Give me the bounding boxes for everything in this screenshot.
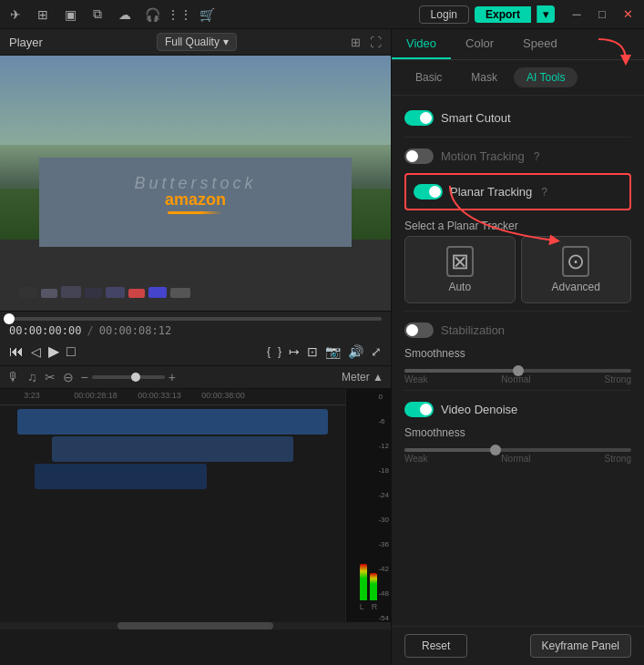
track-row-3[interactable]	[35, 464, 208, 489]
mark-out-button[interactable]: }	[278, 345, 281, 358]
cart-icon[interactable]: 🛒	[199, 6, 215, 23]
smart-cutout-label: Smart Cutout	[441, 111, 511, 125]
zoom-slider[interactable]	[92, 375, 165, 379]
cloud-icon[interactable]: ☁	[117, 6, 133, 23]
advanced-tracker-icon: ⊙	[562, 246, 589, 277]
right-panel: Video Color Speed Basic Mask AI Tools	[392, 29, 644, 665]
smoothness-label-2: Smoothness	[404, 423, 631, 443]
grid-icon[interactable]: ⊞	[35, 6, 51, 23]
music-icon[interactable]: ♫	[27, 370, 37, 384]
zoom-slider-area: − +	[81, 370, 176, 384]
smoothness-thumb-1[interactable]	[513, 365, 524, 376]
tab-video[interactable]: Video	[392, 29, 451, 59]
meter-panel: 0 -6 -12 -18 -24 -30 -36 -42 -48 -54 dB	[345, 389, 391, 622]
split-icon[interactable]: ✂	[45, 370, 56, 384]
stop-button[interactable]: □	[66, 343, 76, 360]
send-icon[interactable]: ✈	[7, 6, 24, 23]
tracker-section-label: Select a Planar Tracker	[404, 214, 631, 236]
title-bar: ✈ ⊞ ▣ ⧉ ☁ 🎧 ⋮⋮ 🛒 Login Export ▾ ─ □ ✕	[0, 0, 644, 29]
progress-thumb[interactable]	[4, 313, 15, 324]
insert-button[interactable]: ↦	[289, 344, 300, 359]
smoothness-thumb-2[interactable]	[490, 445, 501, 455]
mic-icon[interactable]: 🎙	[7, 370, 20, 384]
main-area: Player Full Quality ▾ ⊞ ⛶ amazon	[0, 29, 644, 665]
camera-button[interactable]: 📷	[325, 344, 341, 359]
divider-3	[404, 390, 631, 391]
sub-tab-ai-tools[interactable]: AI Tools	[514, 67, 578, 87]
login-button[interactable]: Login	[419, 5, 469, 24]
monitor-button[interactable]: ⊡	[307, 344, 318, 359]
smoothness-label-1: Smoothness	[404, 343, 631, 363]
expand-icon[interactable]: ⛶	[370, 36, 382, 49]
zoom-thumb[interactable]	[131, 373, 140, 382]
grid-view-icon[interactable]: ⊞	[351, 36, 361, 49]
action-bar: Reset Keyframe Panel	[392, 626, 644, 665]
export-button[interactable]: Export	[475, 6, 531, 23]
smart-cutout-toggle[interactable]	[404, 110, 434, 126]
headphones-icon[interactable]: 🎧	[144, 6, 160, 23]
minimize-button[interactable]: ─	[567, 5, 586, 24]
motion-tracking-label: Motion Tracking	[441, 149, 525, 163]
close-button[interactable]: ✕	[618, 5, 637, 24]
sub-tab-mask[interactable]: Mask	[458, 67, 510, 87]
timeline-track-area: 3:23 00:00:28:18 00:00:33:13 00:00:38:00	[0, 389, 391, 622]
time-separator: /	[87, 324, 93, 337]
smoothness-weak-1: Weak	[404, 374, 427, 384]
crop-icon[interactable]: ⊖	[63, 370, 74, 384]
motion-tracking-help: ?	[534, 150, 540, 163]
transport-buttons: ⏮ ◁ ▶ □ { } ↦ ⊡ 📷 🔊 ⤢	[0, 339, 391, 365]
stabilization-row: Stabilization	[404, 317, 631, 343]
reset-button[interactable]: Reset	[404, 634, 467, 658]
auto-tracker-icon: ⊠	[446, 246, 474, 277]
progress-track[interactable]	[9, 317, 382, 321]
smoothness-strong-1: Strong	[605, 374, 631, 384]
video-denoise-toggle[interactable]	[404, 402, 434, 417]
maximize-button[interactable]: □	[593, 5, 611, 24]
audio-button[interactable]: 🔊	[348, 344, 363, 359]
play-button[interactable]: ▶	[48, 343, 59, 360]
ruler-mark-3: 00:00:33:13	[128, 391, 191, 400]
motion-tracking-toggle[interactable]	[404, 148, 434, 164]
planar-tracking-toggle[interactable]	[414, 184, 443, 200]
stabilization-label: Stabilization	[441, 323, 505, 337]
sub-tab-basic[interactable]: Basic	[403, 67, 455, 87]
player-header: Player Full Quality ▾ ⊞ ⛶	[0, 29, 391, 56]
smoothness-slider-2[interactable]	[404, 448, 631, 452]
track-row-2[interactable]	[52, 436, 293, 462]
auto-tracker-label: Auto	[448, 281, 471, 293]
meter-label[interactable]: Meter ▲	[342, 371, 383, 384]
smoothness-track-1	[404, 369, 631, 373]
keyframe-panel-button[interactable]: Keyframe Panel	[530, 634, 631, 658]
scrollbar-thumb[interactable]	[118, 622, 274, 629]
tracker-advanced-button[interactable]: ⊙ Advanced	[521, 236, 632, 303]
zoom-out-icon[interactable]: −	[81, 370, 88, 384]
progress-bar-area	[0, 312, 391, 322]
quality-dropdown[interactable]: Full Quality ▾	[157, 33, 237, 51]
sub-tab-bar: Basic Mask AI Tools	[392, 60, 644, 96]
monitor-icon[interactable]: ▣	[62, 6, 78, 23]
apps-icon[interactable]: ⋮⋮	[171, 6, 188, 23]
smoothness-track-2	[404, 448, 631, 452]
export-dropdown-button[interactable]: ▾	[537, 5, 555, 23]
amazon-building: amazon	[39, 158, 352, 247]
meter-scale: 0 -6 -12 -18 -24 -30 -36 -42 -48 -54 dB	[378, 393, 389, 622]
tab-color[interactable]: Color	[451, 29, 508, 59]
titlebar-icons: ✈ ⊞ ▣ ⧉ ☁ 🎧 ⋮⋮ 🛒	[7, 6, 215, 23]
skip-back-button[interactable]: ⏮	[9, 343, 24, 360]
planar-tracking-row: Planar Tracking ?	[414, 179, 622, 205]
meter-R-label: R	[372, 602, 378, 611]
tracker-auto-button[interactable]: ⊠ Auto	[404, 236, 516, 303]
meter-L-label: L	[360, 602, 364, 611]
smoothness-slider-1[interactable]	[404, 369, 631, 373]
track-row-1[interactable]	[17, 409, 328, 435]
mark-in-button[interactable]: {	[267, 345, 271, 358]
step-back-button[interactable]: ◁	[31, 344, 41, 359]
stabilization-toggle[interactable]	[404, 322, 434, 338]
tab-speed[interactable]: Speed	[508, 29, 572, 59]
resize-button[interactable]: ⤢	[371, 344, 382, 359]
zoom-in-icon[interactable]: +	[169, 370, 176, 384]
panel-content: Smart Cutout Motion Tracking ? Planar Tr…	[392, 96, 644, 626]
ruler-mark-4: 00:00:38:00	[191, 391, 255, 400]
layers-icon[interactable]: ⧉	[89, 6, 106, 23]
timeline-scrollbar[interactable]	[0, 622, 391, 629]
